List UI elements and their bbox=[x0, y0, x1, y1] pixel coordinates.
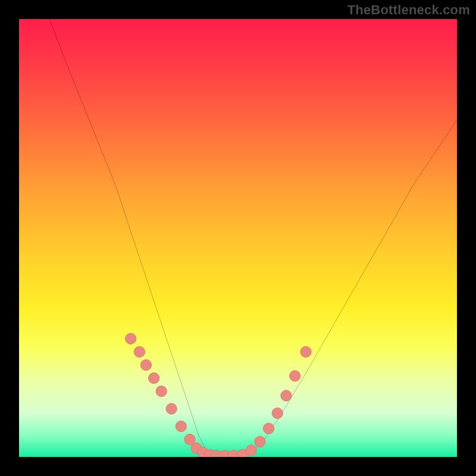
watermark-text: TheBottleneck.com bbox=[347, 2, 470, 18]
highlight-dot bbox=[166, 403, 177, 414]
highlight-dots-layer bbox=[19, 19, 457, 457]
chart-frame: TheBottleneck.com bbox=[0, 0, 476, 476]
highlight-dot bbox=[148, 372, 159, 383]
plot-area bbox=[19, 19, 457, 457]
highlight-dot bbox=[125, 333, 136, 344]
highlight-dot bbox=[300, 346, 311, 357]
highlight-dot bbox=[140, 359, 151, 370]
highlight-dot bbox=[255, 436, 265, 447]
highlight-dot bbox=[134, 346, 145, 357]
highlight-dot bbox=[176, 421, 186, 431]
highlight-dot bbox=[156, 386, 167, 396]
highlight-dot bbox=[289, 371, 300, 381]
highlight-dot bbox=[263, 423, 274, 434]
highlight-dot bbox=[272, 408, 283, 418]
highlight-dot bbox=[281, 390, 292, 401]
dots-group bbox=[125, 333, 311, 457]
highlight-dot bbox=[246, 445, 256, 456]
